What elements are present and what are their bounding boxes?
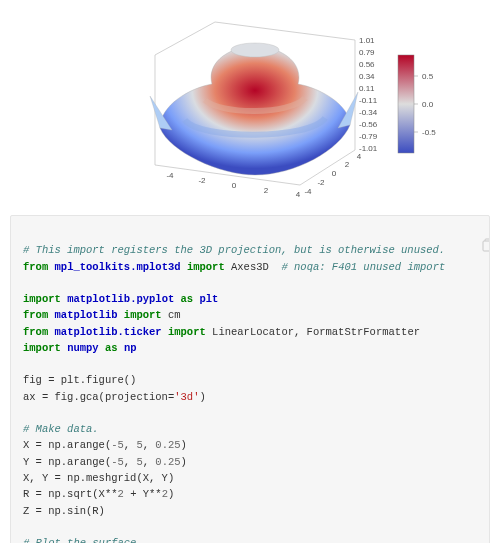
svg-line-4 [155, 22, 215, 55]
svg-text:0.0: 0.0 [422, 100, 434, 109]
svg-text:0.79: 0.79 [359, 48, 375, 57]
surface3d-svg: 1.01 0.79 0.56 0.34 0.11 -0.11 -0.34 -0.… [50, 10, 450, 200]
svg-text:-1.01: -1.01 [359, 144, 378, 153]
x-tick-labels: -4 -2 0 2 4 [166, 171, 300, 199]
colorbar: 0.5 0.0 -0.5 [398, 55, 436, 153]
svg-text:-4: -4 [304, 187, 312, 196]
svg-text:2: 2 [345, 160, 350, 169]
svg-text:0: 0 [332, 169, 337, 178]
svg-text:-0.34: -0.34 [359, 108, 378, 117]
surface3d-chart: 1.01 0.79 0.56 0.34 0.11 -0.11 -0.34 -0.… [10, 10, 490, 200]
svg-text:4: 4 [357, 152, 362, 161]
svg-text:-2: -2 [198, 176, 206, 185]
svg-text:-0.79: -0.79 [359, 132, 378, 141]
svg-text:-0.11: -0.11 [359, 96, 378, 105]
svg-text:0.11: 0.11 [359, 84, 375, 93]
z-tick-labels: 1.01 0.79 0.56 0.34 0.11 -0.11 -0.34 -0.… [359, 36, 378, 153]
svg-point-6 [231, 43, 279, 57]
svg-text:0.56: 0.56 [359, 60, 375, 69]
svg-rect-27 [398, 55, 414, 153]
copy-icon[interactable] [469, 222, 483, 236]
svg-rect-35 [483, 241, 490, 251]
svg-text:-0.5: -0.5 [422, 128, 436, 137]
surface [150, 43, 358, 175]
svg-text:-0.56: -0.56 [359, 120, 378, 129]
svg-text:4: 4 [296, 190, 301, 199]
code-block: # This import registers the 3D projectio… [10, 215, 490, 543]
svg-text:-2: -2 [317, 178, 325, 187]
svg-text:0.34: 0.34 [359, 72, 375, 81]
svg-text:2: 2 [264, 186, 269, 195]
svg-text:0: 0 [232, 181, 237, 190]
svg-text:0.5: 0.5 [422, 72, 434, 81]
svg-text:-4: -4 [166, 171, 174, 180]
svg-text:1.01: 1.01 [359, 36, 375, 45]
svg-line-5 [215, 22, 355, 40]
